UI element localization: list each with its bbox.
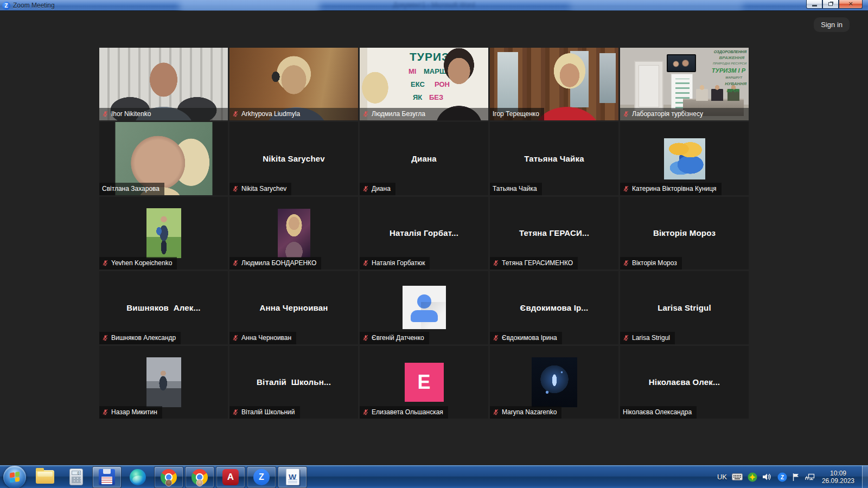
windows-flag-icon — [10, 471, 20, 483]
tray-network-icon[interactable] — [805, 473, 815, 481]
taskbar-button-floppy-save[interactable] — [92, 466, 122, 488]
taskbar-button-chrome-profile-2[interactable] — [185, 466, 214, 488]
window-controls: ✕ — [806, 0, 863, 9]
tray-volume-icon[interactable] — [762, 473, 773, 481]
participant-name-label: Назар Микитин — [99, 406, 162, 419]
participant-name-label: Світлана Захарова — [99, 183, 164, 195]
taskbar-button-calculator[interactable]: 0 — [61, 466, 91, 488]
participant-tile[interactable]: Вишняков Алек...Вишняков Александр — [99, 271, 228, 344]
photo-avatar — [278, 209, 310, 258]
participant-name: Ihor Nikitenko — [111, 110, 151, 118]
muted-mic-icon — [623, 111, 629, 117]
participant-tile[interactable]: Larisa StrigulLarisa Strigul — [620, 271, 749, 344]
participant-name: Ніколаєва Олександра — [623, 408, 692, 416]
tray-action-center-flag-icon[interactable] — [792, 473, 800, 481]
photo-avatar — [146, 208, 181, 258]
sign-in-button[interactable]: Sign in — [814, 17, 850, 32]
participant-name-label: Yevhen Kopeichenko — [99, 257, 177, 269]
floppy-save-icon — [99, 469, 115, 485]
participant-tile[interactable]: Nikita SarychevNikita Sarychev — [229, 122, 358, 195]
participant-tile[interactable]: ТУРИЗММІМАРШРЕКСРОНЯКБЕЗЛюдмила Безугла — [360, 48, 488, 120]
participant-name: Тетяна ГЕРАСИМЕНКО — [502, 259, 573, 267]
taskbar-button-word[interactable]: W — [278, 466, 307, 488]
participant-tile[interactable]: ДианаДиана — [360, 122, 488, 195]
close-button[interactable]: ✕ — [839, 0, 863, 9]
participant-tile[interactable]: Анна ЧерноиванАнна Черноиван — [229, 271, 358, 344]
muted-mic-icon — [102, 260, 108, 266]
minimize-icon — [812, 5, 817, 7]
banner-word: МІ — [409, 67, 416, 75]
participant-tile[interactable]: ОЗДОРОВЛЕННЯВРАЖЕННЯПРИРОДНІ РЕСУРСИТУРИ… — [620, 48, 749, 120]
taskbar-button-edge[interactable] — [123, 466, 152, 488]
restore-button[interactable] — [822, 0, 839, 9]
tray-antivirus-icon[interactable] — [748, 472, 757, 482]
window-titlebar[interactable]: Документ1 - Microsoft Word Z Zoom Meetin… — [0, 0, 868, 11]
participant-tile[interactable]: Maryna Nazarenko — [490, 346, 618, 419]
participant-name-label: Вікторія Мороз — [620, 257, 682, 269]
tray-keyboard-icon[interactable] — [732, 473, 743, 480]
participant-name: Вікторія Мороз — [632, 259, 677, 267]
participant-name-label: Nikita Sarychev — [229, 183, 291, 195]
participant-tile[interactable]: Віталій Школьн...Віталій Школьний — [229, 346, 358, 419]
muted-mic-icon — [362, 260, 369, 266]
participant-name: Людмила Безугла — [372, 110, 425, 118]
taskbar-button-zoom[interactable]: Z — [247, 466, 276, 488]
word-icon: W — [286, 468, 299, 485]
participant-tile[interactable]: Назар Микитин — [99, 346, 228, 419]
participant-tile[interactable]: Татьяна ЧайкаТатьяна Чайка — [490, 122, 618, 195]
participant-tile[interactable]: Ніколаєва Олек...Ніколаєва Олександра — [620, 346, 749, 419]
zoom-icon: Z — [253, 469, 270, 485]
participant-tile[interactable]: Наталія Горбат...Наталія Горбатюк — [360, 197, 488, 269]
wall-word-cloud: ОЗДОРОВЛЕННЯВРАЖЕННЯПРИРОДНІ РЕСУРСИТУРИ… — [701, 49, 748, 95]
participant-tile[interactable]: EЕлизавета Ольшанская — [360, 346, 488, 419]
participant-tile[interactable]: Arkhypova Liudmyla — [229, 48, 358, 120]
participant-tile[interactable]: Ihor Nikitenko — [99, 48, 228, 120]
wall-word: ПРИРОДНІ РЕСУРСИ — [713, 62, 746, 65]
participant-tile[interactable]: Світлана Захарова — [99, 122, 228, 195]
taskbar-clock[interactable]: 10:09 26.09.2023 — [822, 470, 854, 485]
participant-grid: Ihor NikitenkoArkhypova LiudmylaТУРИЗММІ… — [99, 48, 749, 419]
edge-icon — [130, 469, 146, 485]
participant-tile[interactable]: Вікторія МорозВікторія Мороз — [620, 197, 749, 269]
start-button[interactable] — [3, 466, 26, 488]
participant-tile[interactable]: Євгеній Датченко — [360, 271, 488, 344]
wall-word: ОЗДОРОВЛЕННЯ — [714, 50, 746, 54]
participant-name: Євдокимова Ірина — [502, 334, 557, 342]
participant-name-label: Людмила БОНДАРЕНКО — [229, 257, 321, 269]
language-indicator[interactable]: UK — [717, 473, 727, 481]
person-silhouette-avatar — [403, 286, 446, 329]
wall-word: МАРШРУТ — [725, 76, 742, 79]
muted-mic-icon — [362, 335, 369, 341]
participant-name: Вишняков Александр — [111, 334, 176, 342]
tray-zoom-icon[interactable]: Z — [777, 472, 787, 482]
muted-mic-icon — [493, 409, 499, 415]
photo-avatar — [664, 138, 705, 179]
taskbar-button-explorer[interactable] — [30, 466, 60, 488]
participant-tile[interactable]: Євдокимова Ір...Євдокимова Ірина — [490, 271, 618, 344]
participant-name-label: Ніколаєва Олександра — [620, 406, 697, 419]
banner-word: ЕКС — [411, 80, 425, 88]
banner-word: ЯК — [413, 93, 422, 101]
participant-name: Світлана Захарова — [102, 185, 159, 192]
calculator-icon: 0 — [69, 468, 83, 485]
participant-name: Назар Микитин — [111, 408, 157, 416]
participant-name: Анна Черноиван — [241, 334, 291, 342]
show-desktop-button[interactable] — [862, 466, 868, 488]
participant-tile[interactable]: Людмила БОНДАРЕНКО — [229, 197, 358, 269]
participant-name: Євгеній Датченко — [372, 334, 424, 342]
participant-tile[interactable]: Катерина Вікторівна Куниця — [620, 122, 749, 195]
participant-name-label: Євдокимова Ірина — [490, 332, 562, 344]
participant-tile[interactable]: Тетяна ГЕРАСИ...Тетяна ГЕРАСИМЕНКО — [490, 197, 618, 269]
taskbar-button-acrobat-reader[interactable]: A — [216, 466, 245, 488]
participant-name: Ігор Терещенко — [493, 110, 539, 118]
minimize-button[interactable] — [806, 0, 822, 9]
chrome-icon — [161, 469, 177, 485]
chrome-icon — [192, 469, 208, 485]
participant-tile[interactable]: Ігор Терещенко — [490, 48, 618, 120]
muted-mic-icon — [102, 111, 108, 117]
svg-text:Z: Z — [781, 474, 784, 480]
muted-mic-icon — [102, 409, 108, 415]
muted-mic-icon — [232, 185, 239, 192]
participant-tile[interactable]: Yevhen Kopeichenko — [99, 197, 228, 269]
taskbar-button-chrome-profile-1[interactable] — [154, 466, 183, 488]
